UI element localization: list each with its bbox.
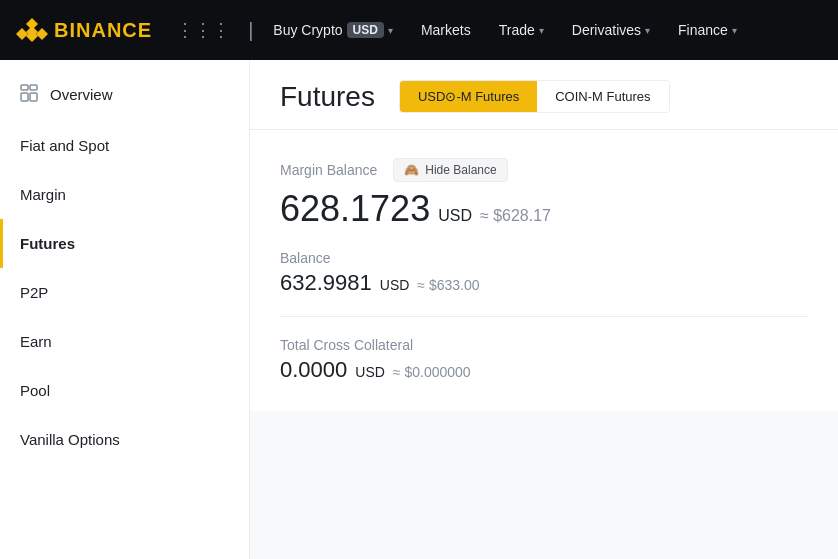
hide-balance-text: Hide Balance: [425, 163, 496, 177]
margin-balance-currency: USD: [438, 207, 472, 225]
svg-marker-1: [36, 28, 48, 40]
margin-balance-value-row: 628.1723 USD ≈ $628.17: [280, 188, 808, 230]
nav-trade[interactable]: Trade ▾: [489, 16, 554, 44]
buy-crypto-arrow-icon: ▾: [388, 25, 393, 36]
sidebar-item-earn[interactable]: Earn: [0, 317, 249, 366]
navbar: BINANCE ⋮⋮⋮ | Buy Crypto USD ▾ Markets T…: [0, 0, 838, 60]
grid-icon[interactable]: ⋮⋮⋮: [168, 15, 238, 45]
sidebar-item-label-pool: Pool: [20, 382, 50, 399]
sidebar-item-pool[interactable]: Pool: [0, 366, 249, 415]
sidebar-item-label-earn: Earn: [20, 333, 52, 350]
sidebar-item-p2p[interactable]: P2P: [0, 268, 249, 317]
sidebar-item-overview[interactable]: Overview: [0, 68, 249, 121]
page-title: Futures: [280, 81, 375, 113]
nav-finance[interactable]: Finance ▾: [668, 16, 747, 44]
balance-value-row: 632.9981 USD ≈ $633.00: [280, 270, 808, 296]
tab-usdm-futures[interactable]: USD⊙-M Futures: [400, 81, 537, 112]
section-divider: [280, 316, 808, 317]
margin-balance-approx: ≈ $628.17: [480, 207, 551, 225]
currency-badge: USD: [347, 22, 384, 38]
nav-divider: |: [248, 19, 253, 42]
margin-balance-number: 628.1723: [280, 188, 430, 230]
sidebar-item-label-futures: Futures: [20, 235, 75, 252]
sidebar: Overview Fiat and Spot Margin Futures P2…: [0, 60, 250, 559]
svg-rect-6: [30, 85, 37, 90]
trade-arrow-icon: ▾: [539, 25, 544, 36]
sidebar-item-label-p2p: P2P: [20, 284, 48, 301]
finance-arrow-icon: ▾: [732, 25, 737, 36]
balance-label: Balance: [280, 250, 808, 266]
eye-slash-icon: 🙈: [404, 163, 419, 177]
nav-buy-crypto[interactable]: Buy Crypto USD ▾: [263, 16, 403, 44]
main-layout: Overview Fiat and Spot Margin Futures P2…: [0, 60, 838, 559]
margin-balance-header: Margin Balance 🙈 Hide Balance: [280, 158, 808, 182]
nav-derivatives[interactable]: Derivatives ▾: [562, 16, 660, 44]
binance-logo-icon: [16, 14, 48, 46]
cross-collateral-currency: USD: [355, 364, 385, 380]
sidebar-item-margin[interactable]: Margin: [0, 170, 249, 219]
tab-coinm-futures[interactable]: COIN-M Futures: [537, 81, 668, 112]
nav-markets[interactable]: Markets: [411, 16, 481, 44]
cross-collateral-section: Total Cross Collateral 0.0000 USD ≈ $0.0…: [280, 337, 808, 383]
svg-rect-5: [21, 85, 28, 90]
balance-currency: USD: [380, 277, 410, 293]
hide-balance-button[interactable]: 🙈 Hide Balance: [393, 158, 507, 182]
futures-tab-group: USD⊙-M Futures COIN-M Futures: [399, 80, 670, 113]
margin-balance-label: Margin Balance: [280, 162, 377, 178]
sidebar-item-fiat-and-spot[interactable]: Fiat and Spot: [0, 121, 249, 170]
logo-text: BINANCE: [54, 19, 152, 42]
balance-section: Margin Balance 🙈 Hide Balance 628.1723 U…: [250, 130, 838, 411]
sidebar-item-label-overview: Overview: [50, 86, 113, 103]
svg-rect-8: [30, 93, 37, 101]
sidebar-item-label-margin: Margin: [20, 186, 66, 203]
sidebar-item-label-fiat: Fiat and Spot: [20, 137, 109, 154]
cross-collateral-label: Total Cross Collateral: [280, 337, 808, 353]
sidebar-item-label-vanilla: Vanilla Options: [20, 431, 120, 448]
cross-collateral-approx: ≈ $0.000000: [393, 364, 471, 380]
sidebar-item-vanilla-options[interactable]: Vanilla Options: [0, 415, 249, 464]
overview-icon: [20, 84, 38, 105]
sidebar-item-futures[interactable]: Futures: [0, 219, 249, 268]
svg-rect-7: [21, 93, 28, 101]
balance-section-inner: Balance 632.9981 USD ≈ $633.00: [280, 250, 808, 296]
cross-collateral-number: 0.0000: [280, 357, 347, 383]
logo-area[interactable]: BINANCE: [16, 14, 152, 46]
content-area: Futures USD⊙-M Futures COIN-M Futures Ma…: [250, 60, 838, 559]
balance-approx: ≈ $633.00: [417, 277, 479, 293]
cross-collateral-value-row: 0.0000 USD ≈ $0.000000: [280, 357, 808, 383]
derivatives-arrow-icon: ▾: [645, 25, 650, 36]
balance-number: 632.9981: [280, 270, 372, 296]
svg-marker-2: [16, 28, 28, 40]
futures-header: Futures USD⊙-M Futures COIN-M Futures: [250, 60, 838, 130]
